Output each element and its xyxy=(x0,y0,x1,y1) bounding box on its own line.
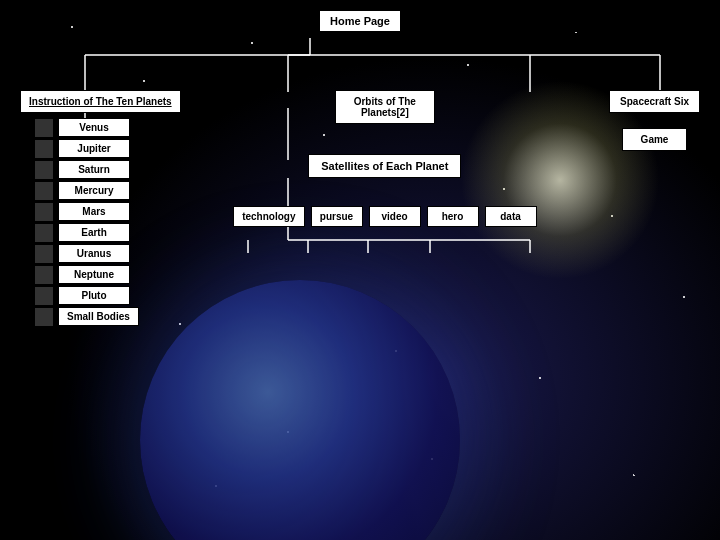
right-section: Spacecraft Six Game xyxy=(609,90,700,151)
uranus-label[interactable]: Uranus xyxy=(58,244,130,263)
list-item: Saturn xyxy=(35,160,139,179)
pluto-label[interactable]: Pluto xyxy=(58,286,130,305)
list-item: Pluto xyxy=(35,286,139,305)
list-item: Neptune xyxy=(35,265,139,284)
orbits-line2: Planets[2] xyxy=(361,107,409,118)
small-bodies-label[interactable]: Small Bodies xyxy=(58,307,139,326)
top-row: Home Page xyxy=(319,10,401,32)
jupiter-label[interactable]: Jupiter xyxy=(58,139,130,158)
mars-label[interactable]: Mars xyxy=(58,202,130,221)
venus-label[interactable]: Venus xyxy=(58,118,130,137)
list-item: Earth xyxy=(35,223,139,242)
bullet-saturn xyxy=(35,161,53,179)
orbits-node[interactable]: Orbits of The Planets[2] xyxy=(335,90,435,124)
left-section: Instruction of The Ten Planets Venus Jup… xyxy=(20,90,181,328)
list-item: Uranus xyxy=(35,244,139,263)
neptune-label[interactable]: Neptune xyxy=(58,265,130,284)
instruction-node[interactable]: Instruction of The Ten Planets xyxy=(20,90,181,113)
list-item: Venus xyxy=(35,118,139,137)
list-item: Mars xyxy=(35,202,139,221)
planet-list: Venus Jupiter Saturn Mercury xyxy=(35,118,139,328)
middle-section: Orbits of The Planets[2] Satellites of E… xyxy=(233,90,536,227)
bullet-mars xyxy=(35,203,53,221)
pursue-node[interactable]: pursue xyxy=(311,206,363,227)
hero-node[interactable]: hero xyxy=(427,206,479,227)
bullet-earth xyxy=(35,224,53,242)
technology-node[interactable]: technology xyxy=(233,206,304,227)
satellites-node[interactable]: Satellites of Each Planet xyxy=(308,154,461,178)
list-item: Jupiter xyxy=(35,139,139,158)
list-item: Mercury xyxy=(35,181,139,200)
diagram: Home Page Instruction of The Ten Planets… xyxy=(0,0,720,540)
bullet-mercury xyxy=(35,182,53,200)
sub-nodes-row: technology pursue video hero data xyxy=(233,206,536,227)
saturn-label[interactable]: Saturn xyxy=(58,160,130,179)
mercury-label[interactable]: Mercury xyxy=(58,181,130,200)
video-node[interactable]: video xyxy=(369,206,421,227)
orbits-line1: Orbits of The xyxy=(354,96,416,107)
list-item: Small Bodies xyxy=(35,307,139,326)
spacecraft-node[interactable]: Spacecraft Six xyxy=(609,90,700,113)
homepage-node[interactable]: Home Page xyxy=(319,10,401,32)
bullet-jupiter xyxy=(35,140,53,158)
bullet-small-bodies xyxy=(35,308,53,326)
bullet-neptune xyxy=(35,266,53,284)
game-node[interactable]: Game xyxy=(622,128,688,151)
bullet-venus xyxy=(35,119,53,137)
bullet-uranus xyxy=(35,245,53,263)
data-node[interactable]: data xyxy=(485,206,537,227)
earth-label[interactable]: Earth xyxy=(58,223,130,242)
bullet-pluto xyxy=(35,287,53,305)
